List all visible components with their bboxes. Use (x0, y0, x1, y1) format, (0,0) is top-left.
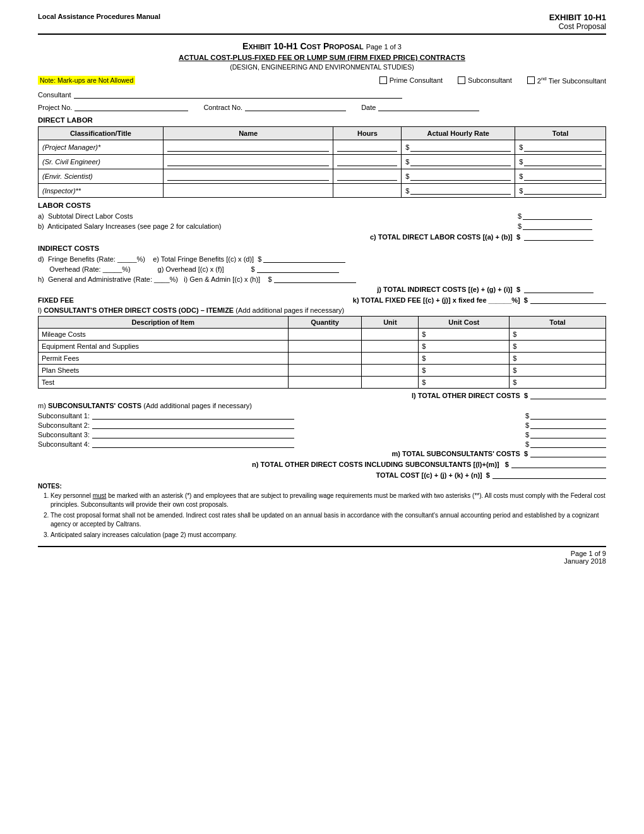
hours-sce[interactable] (333, 155, 402, 169)
subconsultant-checkbox[interactable] (458, 76, 465, 84)
cost-b-field[interactable] (523, 222, 592, 230)
total-sce[interactable]: $ (515, 155, 606, 169)
odc-qty-test[interactable] (288, 377, 362, 389)
odc-unitcost-equipment[interactable]: $ (419, 341, 510, 353)
subconsultant-label[interactable]: Subconsultant (458, 76, 512, 85)
tier2-text: 2nd Tier Subconsultant (537, 76, 606, 85)
sub-3-name-field[interactable] (92, 430, 294, 438)
must-text: must (93, 492, 107, 499)
grand-final-label: TOTAL COST [(c) + (j) + (k) + (n)] $ (376, 471, 490, 479)
odc-unit-test[interactable] (362, 377, 419, 389)
footer-page: Page 1 of 9 (564, 550, 606, 557)
direct-labor-table: Classification/Title Name Hours Actual H… (38, 126, 606, 198)
indirect-e-label: e) Total Fringe Benefits [(c) x (d)] $ (153, 255, 263, 263)
name-sce[interactable] (163, 155, 333, 169)
sub-4-name-field[interactable] (92, 440, 294, 448)
indirect-e-field[interactable] (263, 255, 345, 263)
project-label: Project No. (38, 104, 72, 111)
total-j-field[interactable] (524, 285, 593, 293)
odc-total-equipment[interactable]: $ (510, 341, 606, 353)
odc-total-test[interactable]: $ (510, 377, 606, 389)
sub-1-amount-field[interactable] (530, 411, 606, 420)
odc-unit-mileage[interactable] (362, 329, 419, 341)
hours-insp[interactable] (333, 184, 402, 198)
odc-unit-equipment[interactable] (362, 341, 419, 353)
consultant-type-row: Note: Mark-ups are Not Allowed Prime Con… (38, 76, 606, 85)
fixed-fee-field[interactable] (530, 296, 606, 304)
title-section: EXHIBIT 10-H1 COST PROPOSAL Page 1 of 3 … (38, 41, 606, 71)
odc-qty-mileage[interactable] (288, 329, 362, 341)
footer-date: January 2018 (564, 557, 606, 565)
total-pm[interactable]: $ (515, 140, 606, 155)
sub-4-amount-field[interactable] (530, 440, 606, 448)
header-left-title: Local Assistance Procedures Manual (38, 13, 160, 20)
odc-total-plan[interactable]: $ (510, 365, 606, 377)
odc-total-permit[interactable]: $ (510, 353, 606, 365)
hours-es[interactable] (333, 169, 402, 184)
odc-unitcost-plan[interactable]: $ (419, 365, 510, 377)
sub-4-label: Subconsultant 4: (38, 440, 90, 448)
total-c-field[interactable] (524, 233, 593, 241)
sub-3-amount-field[interactable] (530, 430, 606, 438)
notes-title: NOTES: (38, 483, 606, 490)
rate-sce[interactable]: $ (402, 155, 515, 169)
table-row: (Envir. Scientist) $ $ (39, 169, 606, 184)
consultant-field[interactable] (74, 90, 402, 99)
prime-consultant-label[interactable]: Prime Consultant (379, 76, 443, 85)
fixed-fee-row: FIXED FEE k) TOTAL FIXED FEE [(c) + (j)]… (38, 296, 606, 304)
odc-qty-equipment[interactable] (288, 341, 362, 353)
indirect-d-label: d) Fringe Benefits (Rate: _____%) (38, 255, 153, 263)
sub-2-amount-field[interactable] (530, 421, 606, 429)
tier2-checkbox[interactable] (527, 76, 535, 84)
rate-es[interactable]: $ (402, 169, 515, 184)
odc-header-label: l) CONSULTANT'S OTHER DIRECT COSTS (ODC)… (38, 306, 344, 314)
odc-unitcost-permit[interactable]: $ (419, 353, 510, 365)
name-es[interactable] (163, 169, 333, 184)
contract-field[interactable] (245, 102, 346, 111)
indirect-costs-header: INDIRECT COSTS (38, 245, 606, 252)
col-name: Name (163, 127, 333, 140)
odc-unitcost-test[interactable]: $ (419, 377, 510, 389)
cost-a-field[interactable] (523, 212, 592, 220)
consultant-label: Consultant (38, 91, 71, 99)
sub-header-label: m) SUBCONSULTANTS' COSTS (Add additional… (38, 402, 252, 409)
odc-qty-permit[interactable] (288, 353, 362, 365)
odc-unit-plan[interactable] (362, 365, 419, 377)
project-field[interactable] (75, 102, 188, 111)
sub-1-name-field[interactable] (92, 411, 294, 420)
sub-2-name-field[interactable] (92, 421, 294, 429)
odc-col-desc: Description of Item (39, 317, 289, 329)
footer-page-info: Page 1 of 9 January 2018 (564, 550, 606, 565)
grand-final-field[interactable] (492, 471, 606, 479)
indirect-g-field[interactable] (257, 265, 339, 273)
total-row-j: j) TOTAL INDIRECT COSTS [(e) + (g) + (i)… (38, 285, 606, 293)
grand-n-label: n) TOTAL OTHER DIRECT COSTS INCLUDING SU… (252, 461, 509, 468)
sub-3-label: Subconsultant 3: (38, 431, 90, 438)
odc-unit-permit[interactable] (362, 353, 419, 365)
name-pm[interactable] (163, 140, 333, 155)
total-es[interactable]: $ (515, 169, 606, 184)
odc-unitcost-mileage[interactable]: $ (419, 329, 510, 341)
sub-total-field[interactable] (530, 449, 606, 457)
tier2-label[interactable]: 2nd Tier Subconsultant (527, 76, 606, 85)
odc-total-field[interactable] (530, 391, 606, 399)
odc-row-permit: Permit Fees $ $ (39, 353, 606, 365)
col-total: Total (515, 127, 606, 140)
indirect-i-field[interactable] (274, 275, 356, 283)
odc-qty-plan[interactable] (288, 365, 362, 377)
col-hours: Hours (333, 127, 402, 140)
odc-col-qty: Quantity (288, 317, 362, 329)
prime-consultant-checkbox[interactable] (379, 76, 387, 84)
date-field[interactable] (378, 102, 479, 111)
rate-insp[interactable]: $ (402, 184, 515, 198)
prime-label: Prime Consultant (390, 76, 443, 84)
hours-pm[interactable] (333, 140, 402, 155)
grand-n-field[interactable] (511, 460, 606, 468)
name-insp[interactable] (163, 184, 333, 198)
classification-es: (Envir. Scientist) (39, 169, 164, 184)
odc-total-mileage[interactable]: $ (510, 329, 606, 341)
rate-pm[interactable]: $ (402, 140, 515, 155)
classification-pm: (Project Manager)* (39, 140, 164, 155)
sub-1-label: Subconsultant 1: (38, 412, 90, 420)
total-insp[interactable]: $ (515, 184, 606, 198)
